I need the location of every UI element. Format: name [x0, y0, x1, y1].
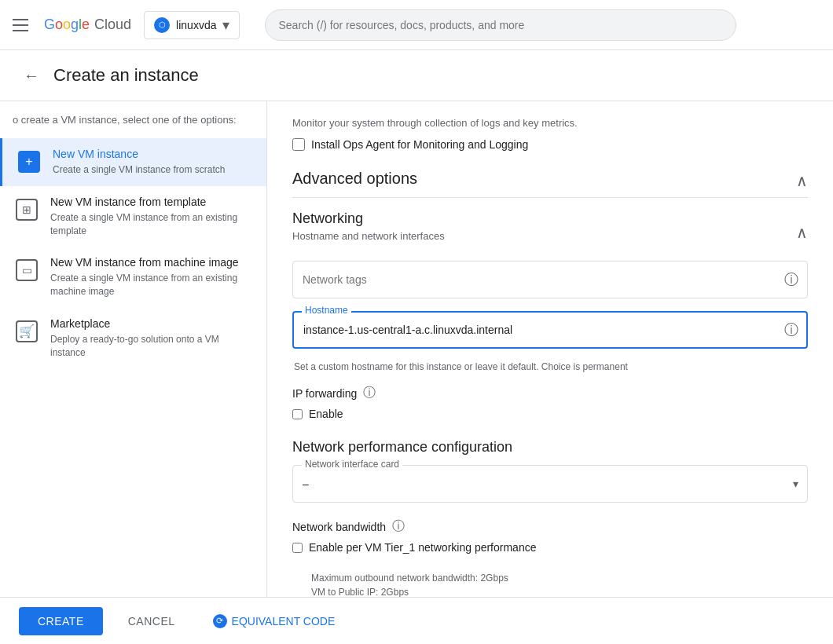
hostname-hint: Set a custom hostname for this instance …	[292, 361, 808, 372]
ip-forwarding-label: IP forwarding	[292, 387, 357, 400]
sidebar-item-machine-image[interactable]: ▭ New VM instance from machine image Cre…	[0, 247, 266, 308]
hostname-label: Hostname	[302, 305, 351, 316]
project-icon: ⬡	[154, 17, 170, 33]
bandwidth-checkbox[interactable]	[292, 543, 303, 553]
search-input[interactable]	[265, 9, 736, 41]
bandwidth-hint2: VM to Public IP: 2Gbps	[311, 587, 808, 597]
sidebar-item-template-title: New VM instance from template	[50, 196, 254, 208]
nic-select[interactable]: –	[292, 465, 808, 503]
new-vm-icon: +	[15, 148, 43, 176]
sidebar-intro: o create a VM instance, select one of th…	[0, 114, 266, 138]
sidebar-item-new-vm-template[interactable]: ⊞ New VM instance from template Create a…	[0, 186, 266, 247]
bandwidth-enable-row: Enable per VM Tier_1 networking performa…	[292, 541, 808, 554]
install-ops-label[interactable]: Install Ops Agent for Monitoring and Log…	[311, 138, 528, 151]
menu-icon[interactable]	[13, 16, 31, 35]
search-bar	[265, 9, 736, 41]
sidebar-item-machine-image-desc: Create a single VM instance from an exis…	[50, 272, 254, 298]
chevron-down-icon: ▾	[222, 16, 229, 34]
bandwidth-label: Network bandwidth	[292, 521, 386, 533]
cancel-button[interactable]: CANCEL	[109, 607, 194, 635]
hostname-input[interactable]	[292, 311, 808, 349]
ip-forwarding-enable-label[interactable]: Enable	[309, 408, 343, 420]
google-cloud-logo[interactable]: Google Cloud	[44, 16, 131, 33]
sidebar: o create a VM instance, select one of th…	[0, 101, 267, 597]
ip-forwarding-row: IP forwarding ⓘ	[292, 385, 808, 401]
create-button[interactable]: CREATE	[19, 607, 103, 635]
install-ops-checkbox[interactable]	[292, 138, 305, 151]
nic-field: Network interface card – ▾	[292, 465, 808, 503]
advanced-options-collapse-icon[interactable]: ∧	[796, 171, 808, 190]
divider-networking	[292, 197, 808, 198]
machine-image-icon: ▭	[13, 256, 41, 284]
equivalent-code-button[interactable]: ⟳ EQUIVALENT CODE	[200, 606, 348, 636]
sidebar-item-machine-image-title: New VM instance from machine image	[50, 256, 254, 269]
header: Google Cloud ⬡ linuxvda ▾	[0, 0, 833, 50]
ip-forwarding-enable-row: Enable	[292, 408, 808, 420]
sidebar-item-marketplace[interactable]: 🛒 Marketplace Deploy a ready-to-go solut…	[0, 308, 266, 369]
sidebar-item-marketplace-title: Marketplace	[50, 317, 254, 330]
bandwidth-hint1: Maximum outbound network bandwidth: 2Gbp…	[311, 573, 808, 584]
project-selector[interactable]: ⬡ linuxvda ▾	[144, 11, 240, 39]
sidebar-item-new-vm-desc: Create a single VM instance from scratch	[53, 163, 254, 177]
network-performance-title: Network performance configuration	[292, 439, 808, 456]
page-title-bar: ← Create an instance	[0, 50, 833, 101]
network-tags-field: ⓘ	[292, 261, 808, 298]
networking-collapse-icon[interactable]: ∧	[796, 223, 808, 242]
sidebar-item-template-desc: Create a single VM instance from an exis…	[50, 211, 254, 238]
bandwidth-help-icon[interactable]: ⓘ	[392, 518, 405, 535]
ip-forwarding-help-icon[interactable]: ⓘ	[363, 385, 376, 401]
page-title: Create an instance	[53, 65, 199, 86]
hostname-field: Hostname ⓘ	[292, 311, 808, 349]
sidebar-item-marketplace-desc: Deploy a ready-to-go solution onto a VM …	[50, 333, 254, 360]
sidebar-item-new-vm[interactable]: + New VM instance Create a single VM ins…	[0, 138, 266, 186]
content-area: Monitor your system through collection o…	[267, 101, 833, 597]
install-ops-row: Install Ops Agent for Monitoring and Log…	[292, 138, 808, 151]
advanced-options-header: Advanced options ∧	[292, 170, 808, 191]
monitor-description: Monitor your system through collection o…	[292, 117, 808, 129]
marketplace-icon: 🛒	[13, 317, 41, 346]
networking-title: Networking	[292, 210, 445, 227]
ip-forwarding-checkbox[interactable]	[292, 409, 303, 419]
bandwidth-row: Network bandwidth ⓘ	[292, 518, 808, 535]
advanced-options-title: Advanced options	[292, 170, 417, 188]
bandwidth-enable-label[interactable]: Enable per VM Tier_1 networking performa…	[309, 541, 536, 554]
network-tags-help-icon[interactable]: ⓘ	[784, 270, 798, 289]
networking-subtitle: Hostname and network interfaces	[292, 230, 445, 242]
footer: CREATE CANCEL ⟳ EQUIVALENT CODE	[0, 597, 833, 644]
main-layout: o create a VM instance, select one of th…	[0, 101, 833, 597]
networking-header: Networking Hostname and network interfac…	[292, 210, 808, 254]
new-vm-template-icon: ⊞	[13, 196, 41, 224]
nic-label: Network interface card	[302, 459, 402, 470]
project-name: linuxvda	[176, 19, 216, 31]
sidebar-item-new-vm-title: New VM instance	[53, 148, 254, 160]
network-tags-input[interactable]	[292, 261, 808, 298]
equivalent-code-icon: ⟳	[213, 614, 227, 628]
hostname-help-icon[interactable]: ⓘ	[784, 320, 798, 339]
back-button[interactable]: ←	[19, 63, 44, 88]
